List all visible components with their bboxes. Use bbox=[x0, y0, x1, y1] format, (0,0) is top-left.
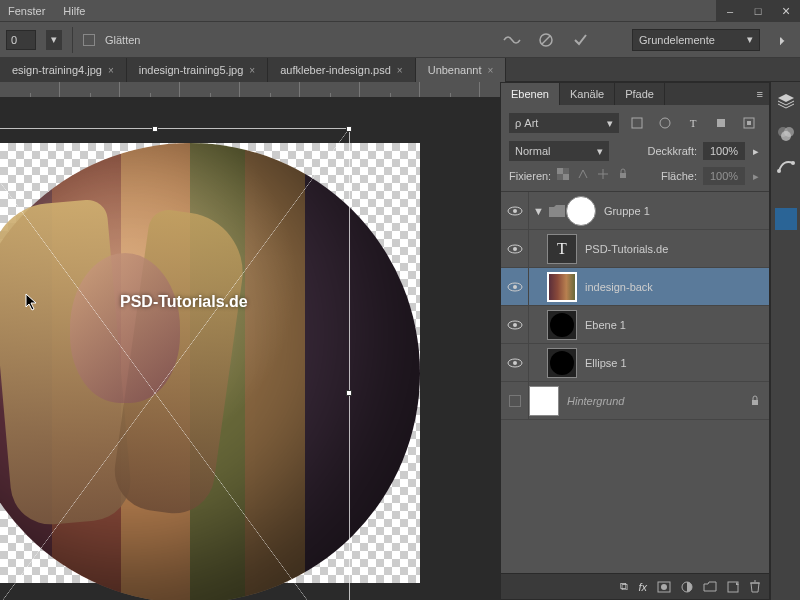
menubar: Fenster Hilfe bbox=[0, 0, 800, 22]
value-dropdown[interactable]: ▾ bbox=[46, 30, 62, 50]
value-field[interactable]: 0 bbox=[6, 30, 36, 50]
panel-collapse-icon[interactable]: ⏵ bbox=[770, 28, 794, 52]
svg-point-20 bbox=[513, 361, 517, 365]
layers-dock-icon[interactable] bbox=[775, 90, 797, 112]
warp-icon[interactable] bbox=[500, 28, 524, 52]
visibility-toggle[interactable] bbox=[501, 306, 529, 343]
window-controls: – □ × bbox=[716, 0, 800, 22]
document-tabs: esign-training4.jpg× indesign-training5.… bbox=[0, 58, 800, 82]
layer-row[interactable]: ▼ Gruppe 1 bbox=[501, 192, 769, 230]
filter-adjust-icon[interactable] bbox=[653, 111, 677, 135]
mask-thumb[interactable] bbox=[566, 196, 596, 226]
trash-icon[interactable] bbox=[749, 580, 761, 593]
blend-mode-dropdown[interactable]: Normal▾ bbox=[509, 141, 609, 161]
layer-thumb[interactable] bbox=[547, 348, 577, 378]
tab-doc-1[interactable]: esign-training4.jpg× bbox=[0, 58, 127, 82]
canvas[interactable]: PSD-Tutorials.de bbox=[0, 98, 500, 600]
lock-all-icon[interactable] bbox=[617, 168, 633, 184]
layer-name[interactable]: PSD-Tutorials.de bbox=[585, 243, 668, 255]
panel-tabs: Ebenen Kanäle Pfade ≡ bbox=[501, 83, 769, 105]
svg-point-29 bbox=[777, 169, 781, 173]
svg-point-28 bbox=[781, 131, 791, 141]
layer-row[interactable]: Ellipse 1 bbox=[501, 344, 769, 382]
artwork: PSD-Tutorials.de bbox=[0, 143, 420, 583]
tab-kanale[interactable]: Kanäle bbox=[560, 83, 615, 105]
new-layer-icon[interactable] bbox=[727, 581, 739, 593]
layer-row[interactable]: Ebene 1 bbox=[501, 306, 769, 344]
layer-name[interactable]: Hintergrund bbox=[567, 395, 624, 407]
visibility-toggle[interactable] bbox=[501, 192, 529, 229]
svg-point-16 bbox=[513, 285, 517, 289]
layer-name[interactable]: Ellipse 1 bbox=[585, 357, 627, 369]
layer-name[interactable]: Gruppe 1 bbox=[604, 205, 650, 217]
close-icon[interactable]: × bbox=[249, 65, 255, 76]
channels-dock-icon[interactable] bbox=[775, 122, 797, 144]
paths-dock-icon[interactable] bbox=[775, 154, 797, 176]
layer-thumb[interactable] bbox=[547, 310, 577, 340]
visibility-toggle[interactable] bbox=[501, 344, 529, 381]
group-icon[interactable] bbox=[703, 581, 717, 592]
svg-point-23 bbox=[661, 584, 667, 590]
layer-name[interactable]: indesign-back bbox=[585, 281, 653, 293]
handle-tc[interactable] bbox=[152, 126, 158, 132]
close-icon[interactable]: × bbox=[108, 65, 114, 76]
filter-pixel-icon[interactable] bbox=[625, 111, 649, 135]
svg-point-12 bbox=[513, 209, 517, 213]
minimize-button[interactable]: – bbox=[716, 0, 744, 22]
menu-fenster[interactable]: Fenster bbox=[8, 5, 45, 17]
lock-icon bbox=[749, 395, 761, 407]
fx-icon[interactable]: fx bbox=[638, 581, 647, 593]
close-button[interactable]: × bbox=[772, 0, 800, 22]
tab-doc-2[interactable]: indesign-training5.jpg× bbox=[127, 58, 268, 82]
tab-doc-4[interactable]: Unbenannt× bbox=[416, 58, 507, 82]
tab-ebenen[interactable]: Ebenen bbox=[501, 83, 560, 105]
filter-smart-icon[interactable] bbox=[737, 111, 761, 135]
layers-panel: Ebenen Kanäle Pfade ≡ ρ Art▾ T Normal▾ bbox=[500, 82, 770, 600]
layer-row[interactable]: indesign-back bbox=[501, 268, 769, 306]
panel-menu-icon[interactable]: ≡ bbox=[751, 88, 769, 100]
filter-shape-icon[interactable] bbox=[709, 111, 733, 135]
cancel-icon[interactable] bbox=[534, 28, 558, 52]
layer-list: ▼ Gruppe 1 T PSD-Tutorials.de indesign-b… bbox=[501, 192, 769, 573]
layer-row[interactable]: T PSD-Tutorials.de bbox=[501, 230, 769, 268]
lock-position-icon[interactable] bbox=[597, 168, 613, 184]
glatten-checkbox[interactable] bbox=[83, 34, 95, 46]
opacity-flyout-icon[interactable]: ▸ bbox=[751, 145, 761, 158]
layer-thumb[interactable] bbox=[529, 386, 559, 416]
mask-icon[interactable] bbox=[657, 581, 671, 593]
opacity-field[interactable]: 100% bbox=[703, 142, 745, 160]
ruler-horizontal bbox=[0, 82, 500, 98]
handle-tr[interactable] bbox=[346, 126, 352, 132]
adjustment-icon[interactable] bbox=[681, 581, 693, 593]
layer-row[interactable]: Hintergrund bbox=[501, 382, 769, 420]
svg-rect-10 bbox=[620, 173, 626, 178]
tab-pfade[interactable]: Pfade bbox=[615, 83, 665, 105]
close-icon[interactable]: × bbox=[488, 65, 494, 76]
svg-point-18 bbox=[513, 323, 517, 327]
preset-dropdown[interactable]: Grundelemente▾ bbox=[632, 29, 760, 51]
close-icon[interactable]: × bbox=[397, 65, 403, 76]
layer-kind-dropdown[interactable]: ρ Art▾ bbox=[509, 113, 619, 133]
svg-point-3 bbox=[660, 118, 670, 128]
layers-panel-footer: ⧉ fx bbox=[501, 573, 769, 599]
visibility-toggle[interactable] bbox=[501, 268, 529, 305]
cursor-icon bbox=[25, 293, 39, 311]
lock-pixels-icon[interactable] bbox=[577, 168, 593, 184]
lock-trans-icon[interactable] bbox=[557, 168, 573, 184]
menu-hilfe[interactable]: Hilfe bbox=[63, 5, 85, 17]
link-layers-icon[interactable]: ⧉ bbox=[620, 580, 628, 593]
expand-icon[interactable]: ▼ bbox=[529, 205, 548, 217]
glatten-label: Glätten bbox=[105, 34, 140, 46]
commit-icon[interactable] bbox=[568, 28, 592, 52]
filter-text-icon[interactable]: T bbox=[681, 111, 705, 135]
maximize-button[interactable]: □ bbox=[744, 0, 772, 22]
layer-name[interactable]: Ebene 1 bbox=[585, 319, 626, 331]
fill-field[interactable]: 100% bbox=[703, 167, 745, 185]
svg-line-1 bbox=[542, 36, 550, 44]
visibility-toggle[interactable] bbox=[501, 382, 529, 419]
layer-thumb[interactable] bbox=[547, 272, 577, 302]
visibility-toggle[interactable] bbox=[501, 230, 529, 267]
tab-doc-3[interactable]: aufkleber-indesign.psd× bbox=[268, 58, 416, 82]
swatches-dock-icon[interactable] bbox=[775, 208, 797, 230]
right-panels: Ebenen Kanäle Pfade ≡ ρ Art▾ T Normal▾ bbox=[500, 82, 800, 600]
